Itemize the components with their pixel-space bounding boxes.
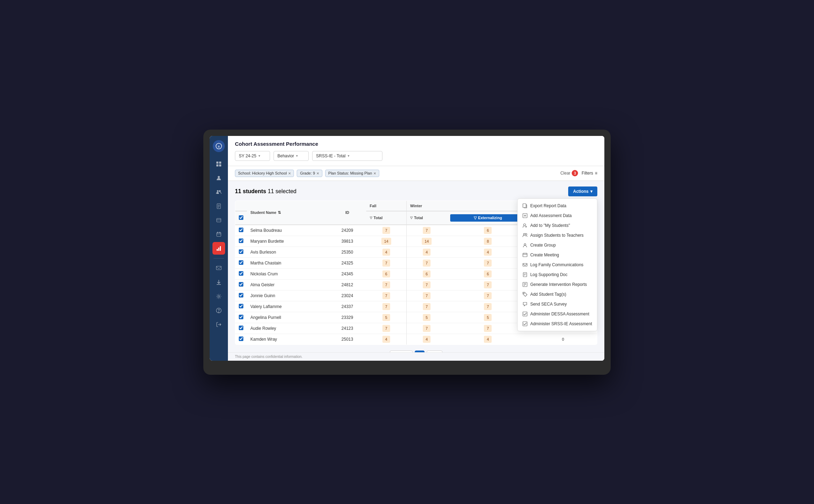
student-name-cell: Audie Rowley [247,323,328,334]
row-checkbox[interactable] [239,238,243,243]
externalizing-header[interactable]: ▽ Externalizing [447,211,529,225]
category-dropdown[interactable]: Behavior ▾ [274,151,309,161]
svg-rect-43 [523,273,527,277]
externalizing-cell: 7 [447,290,529,301]
export-icon [523,203,527,208]
fall-total-cell: 7 [366,257,407,268]
remove-school-filter[interactable]: × [288,171,291,176]
fall-total-cell: 7 [366,225,407,236]
sidebar-item-downloads[interactable] [212,276,225,289]
student-name-cell: Maryann Burdette [247,236,328,247]
remove-plan-filter[interactable]: × [374,171,376,176]
sidebar-item-logout[interactable] [212,318,225,331]
row-checkbox-cell[interactable] [235,301,247,312]
student-name-cell: Kamden Wray [247,334,328,345]
sidebar-item-dashboard[interactable] [212,158,225,170]
row-checkbox-cell[interactable] [235,257,247,268]
menu-item-add-assessment[interactable]: Add Assessment Data [518,211,597,221]
menu-item-send-survey[interactable]: Send SECA Survey [518,299,597,309]
student-name-cell: Martha Chastain [247,257,328,268]
sidebar-item-groups[interactable] [212,186,225,198]
menu-item-administer-srss[interactable]: Administer SRSS-IE Assessment [518,319,597,329]
table-row[interactable]: Kamden Wray 25013 4 4 4 0 [235,334,597,345]
row-checkbox-cell[interactable] [235,312,247,323]
menu-item-log-doc[interactable]: Log Supporting Doc [518,270,597,280]
fall-total-cell: 5 [366,312,407,323]
menu-item-add-mystudents[interactable]: Add to "My Students" [518,221,597,230]
menu-item-create-group[interactable]: Create Group [518,240,597,250]
row-checkbox-cell[interactable] [235,225,247,236]
winter-total-cell: 4 [406,334,447,345]
year-chevron-icon: ▾ [258,154,260,158]
row-checkbox[interactable] [239,304,243,308]
row-checkbox[interactable] [239,315,243,319]
fall-total-header[interactable]: ▽ Total [366,211,407,225]
row-checkbox-cell[interactable] [235,290,247,301]
filter-tags-bar: School: Hickory High School × Grade: 9 ×… [228,166,604,181]
svg-point-7 [217,190,219,192]
svg-rect-20 [218,248,219,251]
sidebar-item-settings[interactable] [212,290,225,303]
filters-button[interactable]: Filters ≡ [582,171,597,176]
assessment-dropdown[interactable]: SRSS-IE - Total ▾ [312,151,382,161]
top-bar: Cohort Assessment Performance SY 24-25 ▾… [228,136,604,166]
row-checkbox[interactable] [239,249,243,254]
student-name-header[interactable]: Student Name ⇅ [247,201,328,225]
svg-point-32 [524,224,526,226]
row-checkbox-cell[interactable] [235,334,247,345]
row-checkbox[interactable] [239,293,243,297]
fall-total-cell: 4 [366,247,407,257]
row-checkbox[interactable] [239,282,243,287]
add-assessment-icon [523,213,527,218]
externalizing-cell: 5 [447,312,529,323]
page-1-button[interactable]: 1 [415,351,425,352]
menu-item-administer-dessa[interactable]: Administer DESSA Assessment [518,309,597,319]
winter-total-cell: 14 [406,236,447,247]
row-checkbox[interactable] [239,336,243,341]
row-checkbox-cell[interactable] [235,323,247,334]
menu-item-add-tag[interactable]: Add Student Tag(s) [518,289,597,299]
sidebar-item-reports[interactable] [212,200,225,212]
content-area: 11 students 11 selected Actions ▾ [228,181,604,352]
row-checkbox-cell[interactable] [235,236,247,247]
svg-rect-5 [219,164,221,166]
sidebar-item-help[interactable] [212,304,225,317]
menu-item-assign-teachers[interactable]: Assign Students to Teachers [518,230,597,240]
menu-item-create-meeting[interactable]: Create Meeting [518,250,597,260]
clear-button[interactable]: Clear 3 [560,170,578,176]
row-checkbox-cell[interactable] [235,279,247,290]
student-name-cell: Angelina Purnell [247,312,328,323]
prev-page-button[interactable]: Previous [390,351,413,352]
svg-text:S: S [218,145,220,148]
next-page-button[interactable]: Next [427,351,442,352]
sidebar-item-calendar[interactable] [212,228,225,241]
menu-item-export[interactable]: Export Report Data [518,201,597,211]
select-all-checkbox[interactable] [239,215,243,220]
row-checkbox[interactable] [239,228,243,232]
sidebar-item-messages[interactable] [212,262,225,275]
remove-grade-filter[interactable]: × [316,171,319,176]
winter-total-cell: 4 [406,247,447,257]
svg-rect-22 [216,266,221,270]
menu-item-generate-reports[interactable]: Generate Intervention Reports [518,280,597,289]
row-checkbox-cell[interactable] [235,268,247,279]
menu-item-log-family[interactable]: Log Family Communications [518,260,597,270]
group-icon [523,243,527,248]
tag-icon [523,292,527,297]
sidebar-item-students[interactable] [212,172,225,184]
winter-total-header[interactable]: ▽ Total [406,211,447,225]
row-checkbox[interactable] [239,271,243,276]
laptop-screen: S [210,136,604,361]
filter-tags: School: Hickory High School × Grade: 9 ×… [235,170,379,177]
actions-button[interactable]: Actions ▾ [568,186,597,196]
row-checkbox[interactable] [239,260,243,265]
winter-total-cell: 7 [406,279,447,290]
select-all-cell[interactable] [235,211,247,225]
year-dropdown[interactable]: SY 24-25 ▾ [235,151,270,161]
winter-total-cell: 7 [406,225,447,236]
sidebar-item-data[interactable] [212,242,225,255]
row-checkbox-cell[interactable] [235,247,247,257]
sidebar-item-assessments[interactable] [212,214,225,227]
row-checkbox[interactable] [239,326,243,330]
winter-total-cell: 5 [406,312,447,323]
